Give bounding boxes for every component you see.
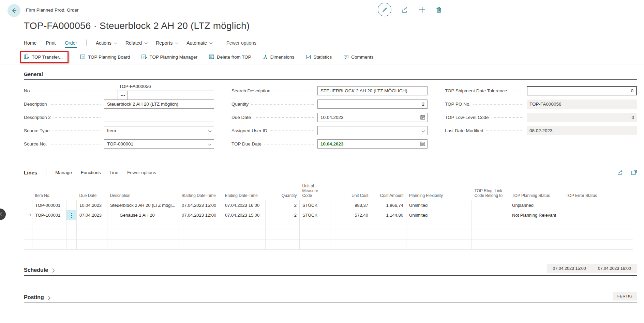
col-planning-flexibility[interactable]: Planning Flexibility xyxy=(406,183,472,200)
description-2-input[interactable] xyxy=(104,113,214,122)
cell-cost-amount[interactable]: 1.966,74 xyxy=(371,200,406,210)
cell-unit-cost[interactable]: 983,37 xyxy=(330,200,371,210)
col-unit-cost[interactable]: Unit Cost xyxy=(330,183,371,200)
tab-order[interactable]: Order xyxy=(65,40,77,48)
cell-row-menu-active[interactable] xyxy=(66,210,77,220)
tab-print[interactable]: Print xyxy=(46,40,56,46)
lines-manage-button[interactable]: Manage xyxy=(55,170,72,175)
col-top-error-status[interactable]: TOP Error Status xyxy=(563,183,633,200)
col-ending-date-time[interactable]: Ending Date-Time xyxy=(222,183,266,200)
new-button[interactable] xyxy=(419,6,425,13)
lines-line-button[interactable]: Line xyxy=(110,170,119,175)
lines-functions-button[interactable]: Functions xyxy=(81,170,101,175)
cell-due-date[interactable]: 07.04.2023 xyxy=(77,210,107,220)
general-section-title[interactable]: General xyxy=(24,71,637,80)
col-quantity[interactable]: Quantity xyxy=(266,183,300,200)
assigned-user-id-select[interactable] xyxy=(317,126,428,135)
comments-button[interactable]: Comments xyxy=(343,55,373,60)
calendar-icon[interactable] xyxy=(420,115,425,121)
top-shipment-date-tolerance-input[interactable]: 0 xyxy=(527,86,637,95)
page-action-icons xyxy=(378,3,442,16)
cell-due-date[interactable]: 10.04.2023 xyxy=(77,200,107,210)
fewer-options-button[interactable]: Fewer options xyxy=(226,40,256,46)
dotted-leader xyxy=(492,117,523,118)
cell-uom[interactable]: STÜCK xyxy=(300,200,330,210)
lines-open-in-window-button[interactable] xyxy=(631,170,637,175)
delete-from-top-button[interactable]: Delete from TOP xyxy=(209,55,251,60)
cell-rtng-link[interactable] xyxy=(472,210,509,220)
table-row-active: TOP-100001 07.04.2023 Gehäuse 2 AH 20 07… xyxy=(24,210,633,220)
tab-automate[interactable]: Automate xyxy=(186,40,212,46)
back-button[interactable] xyxy=(8,4,20,17)
col-unit-of-measure-code[interactable]: Unit of Measure Code xyxy=(300,183,330,200)
col-top-rtng-link[interactable]: TOP Rtng. Link Code Belong to xyxy=(472,183,509,200)
cell-ending[interactable]: 07.04.2023 16:00 xyxy=(222,200,266,210)
table-row-empty xyxy=(24,230,633,240)
tab-related[interactable]: Related xyxy=(125,40,147,46)
schedule-section-toggle[interactable]: Schedule xyxy=(24,267,54,273)
cell-description[interactable]: Steuerblock 2 AH 20 (LTZ mögl... xyxy=(107,200,179,210)
cell-planning-status[interactable]: Not Planning Relevant xyxy=(509,210,563,220)
statistics-button[interactable]: Statistics xyxy=(306,55,332,60)
share-icon xyxy=(617,170,624,175)
tab-home[interactable]: Home xyxy=(24,40,36,46)
no-assist-edit-button[interactable] xyxy=(118,91,128,100)
col-starting-date-time[interactable]: Starting Date-Time xyxy=(179,183,222,200)
lines-fewer-options-button[interactable]: Fewer options xyxy=(127,170,156,175)
edit-button[interactable] xyxy=(378,3,391,16)
cell-planning-flexibility[interactable]: Unlimited xyxy=(406,210,472,220)
source-type-select[interactable]: Item xyxy=(104,126,214,135)
top-transfer-button[interactable]: TOP Transfer... xyxy=(20,51,69,63)
cell-planning-flexibility[interactable]: Unlimited xyxy=(406,200,472,210)
top-planning-manager-icon xyxy=(141,55,147,60)
cell-quantity[interactable]: 2 xyxy=(266,200,300,210)
col-due-date[interactable]: Due Date xyxy=(77,183,107,200)
quantity-input[interactable]: 2 xyxy=(317,99,428,109)
description-input[interactable]: Steuerblock 2 AH 20 (LTZ möglich) xyxy=(104,99,214,109)
cell-item-no[interactable]: TOP-000001 xyxy=(32,200,66,210)
chevron-down-icon xyxy=(209,41,213,44)
cell-uom[interactable]: STÜCK xyxy=(300,210,330,220)
cell-starting[interactable]: 07.04.2023 12:00 xyxy=(179,210,222,220)
cell-error-status[interactable] xyxy=(563,200,633,210)
tab-reports[interactable]: Reports xyxy=(156,40,177,46)
cell-planning-status[interactable]: Unplanned xyxy=(509,200,563,210)
cell-row-menu[interactable] xyxy=(66,200,77,210)
dotted-leader xyxy=(264,144,314,144)
cell-description[interactable]: Gehäuse 2 AH 20 xyxy=(107,210,179,220)
share-button[interactable] xyxy=(402,6,409,13)
cell-ending[interactable]: 07.04.2023 15:00 xyxy=(222,210,266,220)
collapse-panel-button[interactable] xyxy=(0,209,6,220)
cell-error-status[interactable] xyxy=(563,210,633,220)
col-top-planning-status[interactable]: TOP Planning Status xyxy=(509,183,563,200)
dotted-leader xyxy=(34,91,113,91)
col-item-no[interactable]: Item No. xyxy=(32,183,66,200)
chevron-down-icon xyxy=(114,41,117,44)
due-date-input[interactable]: 10.04.2023 xyxy=(317,113,428,122)
field-top-shipment-date-tolerance: TOP Shipment Date Tolerance 0 xyxy=(445,84,637,97)
cell-item-no[interactable]: TOP-100001 xyxy=(32,210,66,220)
no-input[interactable]: TOP-FA000056 xyxy=(116,82,214,91)
calendar-icon[interactable] xyxy=(420,141,425,148)
lines-share-button[interactable] xyxy=(617,170,624,175)
schedule-title: Schedule xyxy=(24,267,48,273)
col-description[interactable]: Description xyxy=(107,183,179,200)
search-description-input[interactable]: STEUERBLOCK 2 AH 20 (LTZ MÖGLICH) xyxy=(317,86,428,95)
dimensions-button[interactable]: Dimensions xyxy=(263,55,295,60)
posting-section-toggle[interactable]: Posting xyxy=(24,294,50,301)
cell-cost-amount[interactable]: 1.144,80 xyxy=(371,210,406,220)
source-no-select[interactable]: TOP-000001 xyxy=(104,139,214,149)
posting-section: Posting FERTIG xyxy=(24,292,637,303)
top-planning-board-button[interactable]: TOP Planning Board xyxy=(80,55,130,60)
cell-unit-cost[interactable]: 572,40 xyxy=(330,210,371,220)
cell-quantity[interactable]: 2 xyxy=(266,210,300,220)
col-cost-amount[interactable]: Cost Amount xyxy=(371,183,406,200)
cell-rtng-link[interactable] xyxy=(472,200,509,210)
top-planning-manager-button[interactable]: TOP Planning Manager xyxy=(141,55,197,60)
source-no-label: Source No. xyxy=(24,141,47,147)
delete-button[interactable] xyxy=(436,6,442,13)
tab-actions[interactable]: Actions xyxy=(96,40,116,46)
top-due-date-input[interactable]: 10.04.2023 xyxy=(317,139,428,149)
lines-section-title[interactable]: Lines xyxy=(24,170,37,175)
cell-starting[interactable]: 07.04.2023 15:00 xyxy=(179,200,222,210)
